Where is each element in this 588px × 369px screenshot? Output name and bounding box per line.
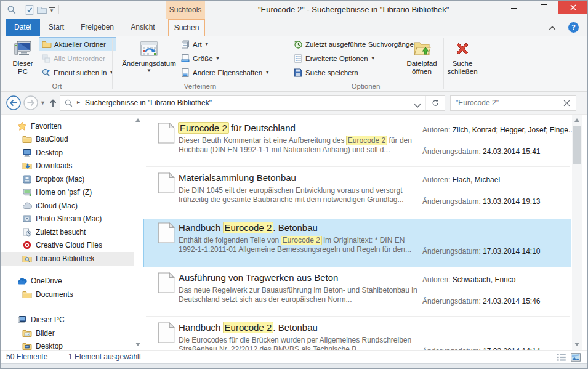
recent-locations-icon[interactable]: ▼ xyxy=(40,100,46,106)
subfolders-icon xyxy=(41,54,51,63)
sidebar-item-documents[interactable]: Documents xyxy=(1,288,134,301)
erneut-suchen-button[interactable]: Erneut suchen in▼ xyxy=(39,65,116,79)
search-input[interactable]: "Eurocode 2" xyxy=(456,96,499,110)
sidebar-item-home-on-psf-z[interactable]: Home on 'psf' (Z) xyxy=(1,186,134,200)
result-item[interactable]: Materialsammlung BetonbauDie DIN 1045 ei… xyxy=(143,169,571,217)
breadcrumb[interactable]: Suchergebnisse in "Librario Bibliothek" xyxy=(85,96,212,110)
maximize-button[interactable] xyxy=(529,1,558,14)
refresh-icon[interactable] xyxy=(425,96,445,110)
suche-schliessen-button[interactable]: Suche schließen xyxy=(445,37,480,84)
sidebar-item-desktop[interactable]: Desktop xyxy=(1,146,134,160)
minimize-button[interactable] xyxy=(499,1,529,14)
modified-date-label: Änderungsdatum: xyxy=(422,197,481,206)
result-item[interactable]: Ausführung von Tragwerken aus BetonDas n… xyxy=(143,269,571,317)
dropdown-icon: ▼ xyxy=(120,68,178,73)
sidebar-item-dieser-pc[interactable]: Dieser PC xyxy=(1,314,134,327)
group-label-verfeinern: Verfeinern xyxy=(113,83,288,90)
desktop-folder-icon xyxy=(22,341,32,350)
scroll-up-icon[interactable] xyxy=(135,118,140,122)
tab-suchen[interactable]: Suchen xyxy=(168,19,205,36)
downloads-icon xyxy=(22,161,32,171)
authors-label: Autoren: xyxy=(422,275,450,284)
minimize-icon xyxy=(511,8,517,9)
result-description: Enthält die folgenden Teile von Eurocode… xyxy=(179,236,425,254)
modified-date-label: Änderungsdatum: xyxy=(422,147,481,156)
sidebar-item-label: iCloud (Mac) xyxy=(36,201,78,210)
recent-searches-icon xyxy=(293,39,303,49)
row-separator xyxy=(146,316,570,317)
result-authors: Autoren: Zilch, Konrad; Hegger, Josef; F… xyxy=(422,126,572,134)
address-bar[interactable]: ▸ Suchergebnisse in "Librario Bibliothek… xyxy=(60,95,445,111)
results-scrollbar[interactable] xyxy=(572,115,582,350)
authors-label: Autoren: xyxy=(422,126,450,134)
dateipfad-oeffnen-button[interactable]: Dateipfad öffnen xyxy=(404,37,440,84)
details-view-icon[interactable] xyxy=(556,352,567,363)
andere-eigenschaften-button[interactable]: Andere Eigenschaften▼ xyxy=(178,65,272,79)
result-description: Das neue Regelwerk zur Bauausführung im … xyxy=(179,286,425,304)
aenderungsdatum-button[interactable]: Änderungsdatum ▼ xyxy=(120,37,178,84)
alle-unterordner-button: Alle Unterordner xyxy=(39,51,116,65)
scroll-up-icon[interactable] xyxy=(574,118,579,122)
sidebar-item-favoriten[interactable]: Favoriten xyxy=(1,120,134,133)
sidebar-item-desktop[interactable]: Desktop xyxy=(1,340,134,351)
sidebar-item-onedrive[interactable]: OneDrive xyxy=(1,275,134,288)
collapse-ribbon-icon[interactable] xyxy=(548,24,557,30)
clear-search-icon[interactable] xyxy=(563,100,570,107)
sidebar-item-label: Desktop xyxy=(36,342,63,350)
properties-icon xyxy=(180,68,190,78)
close-button[interactable] xyxy=(558,1,588,14)
breadcrumb-arrow-icon[interactable]: ▸ xyxy=(77,99,80,105)
sidebar-item-downloads[interactable]: Downloads xyxy=(1,160,134,173)
dateipfad-label: Dateipfad öffnen xyxy=(406,60,437,75)
result-description: Dieser Beuth Kommentar ist eine Aufberei… xyxy=(179,136,425,155)
result-item[interactable]: Eurocode 2 für DeutschlandDieser Beuth K… xyxy=(143,119,571,168)
selection-count: 1 Element ausgewählt xyxy=(68,351,141,363)
art-button[interactable]: Art▼ xyxy=(178,37,272,51)
groesse-button[interactable]: Größe▼ xyxy=(178,51,272,65)
sidebar-item-photo-stream-mac[interactable]: Photo Stream (Mac) xyxy=(1,213,134,226)
contextual-tab-suchtools[interactable]: Suchtools xyxy=(166,1,205,19)
scroll-down-icon[interactable] xyxy=(135,343,140,346)
creative-cloud-icon xyxy=(22,240,32,250)
sidebar-item-creative-cloud-files[interactable]: Creative Cloud Files xyxy=(1,239,134,253)
sidebar-item-icloud-mac[interactable]: iCloud (Mac) xyxy=(1,199,134,213)
sidebar-scrollbar[interactable] xyxy=(134,115,142,350)
sidebar-item-dropbox-mac[interactable]: Dropbox (Mac) xyxy=(1,172,134,186)
tab-ansicht[interactable]: Ansicht xyxy=(122,19,164,36)
sidebar-item-label: BauCloud xyxy=(36,135,68,144)
sidebar-item-label: Desktop xyxy=(36,148,63,157)
tab-start[interactable]: Start xyxy=(40,19,73,36)
aktueller-ordner-button[interactable]: Aktueller Ordner xyxy=(39,37,116,51)
thumbnail-view-icon[interactable] xyxy=(570,352,581,363)
help-icon[interactable]: ? xyxy=(568,22,579,33)
open-file-location-icon xyxy=(412,39,432,59)
address-dropdown-icon[interactable] xyxy=(414,101,421,106)
qat-new-folder-button[interactable] xyxy=(36,4,47,15)
scroll-down-icon[interactable] xyxy=(574,343,579,346)
sidebar-item-librario-bibliothek[interactable]: Librario Bibliothek xyxy=(1,252,134,266)
sidebar-item-label: Favoriten xyxy=(31,122,62,131)
qat-properties-button[interactable] xyxy=(24,4,35,15)
tab-freigeben[interactable]: Freigeben xyxy=(73,19,122,36)
ribbon-group-suche-schliessen: Suche schließen xyxy=(444,36,481,91)
title-bar: ▾ Suchtools "Eurocode 2" - Suchergebniss… xyxy=(1,1,587,19)
qat-customize-icon[interactable]: ▾ xyxy=(47,4,56,15)
scrollbar-thumb[interactable] xyxy=(573,126,581,164)
row-separator xyxy=(146,166,570,167)
sidebar-item-bilder[interactable]: Bilder xyxy=(1,326,134,340)
result-item[interactable]: Handbuch Eurocode 2. BetonbauDie Eurocod… xyxy=(143,318,571,350)
dieser-pc-button[interactable]: Dieser PC xyxy=(8,37,38,84)
recent-icon xyxy=(22,227,32,237)
desktop-icon xyxy=(22,148,32,158)
save-search-icon xyxy=(293,68,303,78)
result-description: Die Eurocodes für die Brücken wurden per… xyxy=(179,336,425,350)
up-button[interactable] xyxy=(47,97,58,108)
tab-datei[interactable]: Datei xyxy=(6,19,40,36)
search-box[interactable]: "Eurocode 2" xyxy=(450,95,576,111)
forward-button xyxy=(23,95,39,111)
sidebar-item-zuletzt-besucht[interactable]: Zuletzt besucht xyxy=(1,225,134,239)
window-frame xyxy=(1,363,587,369)
back-button[interactable] xyxy=(6,95,22,111)
sidebar-item-baucloud[interactable]: BauCloud xyxy=(1,133,134,147)
result-item[interactable]: Handbuch Eurocode 2. BetonbauEnthält die… xyxy=(143,219,571,267)
